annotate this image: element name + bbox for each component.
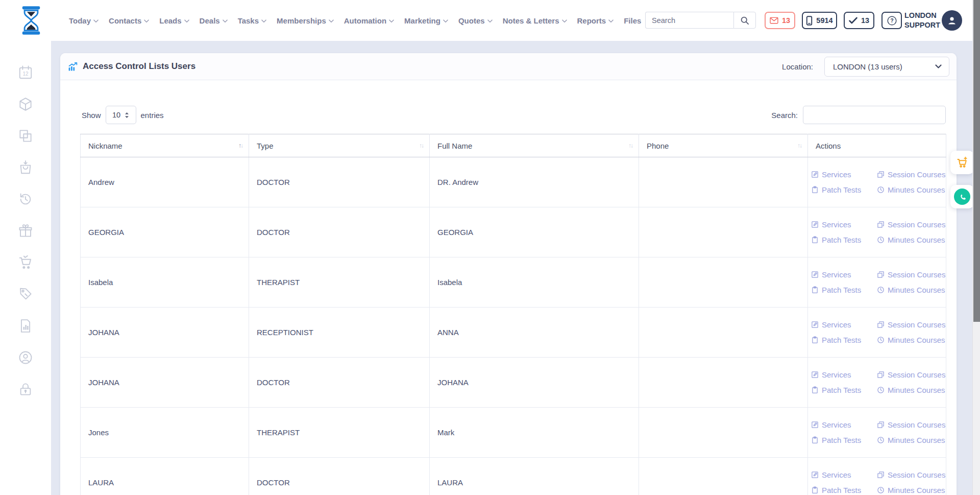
action-label: Services — [822, 220, 851, 229]
tasks-badge[interactable]: 13 — [844, 12, 874, 29]
cell-full-name: Isabela — [430, 257, 639, 308]
patch-tests-link[interactable]: Patch Tests — [811, 336, 877, 344]
sidebar-item-calendar[interactable]: 12 — [18, 65, 33, 80]
cell-full-name: LAURA — [430, 458, 639, 495]
user-circle-icon — [18, 350, 33, 365]
sidebar-item-pricing[interactable] — [18, 287, 33, 302]
page-length-value: 10 — [112, 111, 120, 119]
vertical-scrollbar[interactable] — [972, 0, 980, 495]
acl-users-card: Access Control Lists Users Location: LON… — [60, 53, 957, 495]
session-courses-link[interactable]: Session Courses — [877, 320, 946, 329]
column-header-full-name[interactable]: Full Name ↑↓ — [430, 134, 639, 157]
column-header-nickname[interactable]: Nickname ↑↓ — [81, 134, 249, 157]
patch-tests-link[interactable]: Patch Tests — [811, 286, 877, 294]
cell-nickname: GEORGIA — [81, 207, 249, 257]
menu-item-files[interactable]: Files — [624, 16, 641, 25]
session-courses-link[interactable]: Session Courses — [877, 220, 946, 229]
shopping-bag-icon — [18, 160, 33, 175]
phone-badge[interactable]: 5914 — [802, 12, 837, 29]
minutes-courses-link[interactable]: Minutes Courses — [877, 336, 946, 344]
avatar[interactable] — [942, 10, 962, 31]
minutes-courses-link[interactable]: Minutes Courses — [877, 436, 946, 444]
services-link[interactable]: Services — [811, 420, 877, 429]
sidebar-item-orders[interactable] — [18, 160, 33, 175]
action-label: Session Courses — [888, 320, 945, 329]
sidebar-item-security[interactable] — [18, 382, 33, 397]
sidebar-item-duplicates[interactable] — [18, 128, 33, 144]
minutes-courses-link[interactable]: Minutes Courses — [877, 486, 946, 494]
minutes-courses-link[interactable]: Minutes Courses — [877, 386, 946, 394]
floating-cart-button[interactable] — [950, 151, 974, 174]
menu-item-marketing[interactable]: Marketing — [404, 16, 448, 25]
help-badge[interactable]: ? — [881, 12, 902, 29]
cell-phone — [639, 257, 808, 308]
menu-item-notes-letters[interactable]: Notes & Letters — [503, 16, 567, 25]
menu-item-deals[interactable]: Deals — [200, 16, 228, 25]
chevron-down-icon — [329, 19, 334, 23]
menu-item-label: Contacts — [109, 16, 141, 25]
cell-type: DOCTOR — [249, 358, 430, 408]
session-courses-link[interactable]: Session Courses — [877, 170, 946, 179]
minutes-courses-link[interactable]: Minutes Courses — [877, 286, 946, 294]
column-header-phone[interactable]: Phone ↑↓ — [639, 134, 808, 157]
clock-icon — [877, 186, 885, 194]
action-label: Patch Tests — [822, 486, 861, 494]
menu-item-leads[interactable]: Leads — [159, 16, 189, 25]
location-select[interactable]: LONDON (13 users) — [824, 57, 949, 77]
clipboard-icon — [811, 386, 819, 394]
clipboard-icon — [811, 286, 819, 294]
column-label: Nickname — [88, 142, 122, 150]
services-link[interactable]: Services — [811, 470, 877, 479]
action-label: Services — [822, 270, 851, 279]
column-header-type[interactable]: Type ↑↓ — [249, 134, 430, 157]
gift-icon — [18, 223, 33, 239]
sidebar-item-users[interactable] — [18, 350, 33, 365]
mail-badge[interactable]: 13 — [765, 12, 795, 29]
page-length-select[interactable]: 10 — [106, 106, 136, 124]
floating-phone-button[interactable] — [950, 185, 974, 208]
sidebar-item-reports[interactable] — [18, 318, 33, 334]
menu-item-tasks[interactable]: Tasks — [238, 16, 266, 25]
action-label: Services — [822, 470, 851, 479]
action-label: Services — [822, 420, 851, 429]
sidebar-item-history[interactable] — [18, 192, 33, 207]
menu-item-contacts[interactable]: Contacts — [109, 16, 149, 25]
services-link[interactable]: Services — [811, 270, 877, 279]
patch-tests-link[interactable]: Patch Tests — [811, 436, 877, 444]
menu-item-quotes[interactable]: Quotes — [458, 16, 493, 25]
cell-actions: Services Session Courses Patch Tests — [808, 308, 946, 358]
services-link[interactable]: Services — [811, 370, 877, 379]
patch-tests-link[interactable]: Patch Tests — [811, 486, 877, 494]
patch-tests-link[interactable]: Patch Tests — [811, 235, 877, 244]
sidebar-item-cart[interactable] — [18, 255, 33, 270]
session-courses-link[interactable]: Session Courses — [877, 470, 946, 479]
menu-item-automation[interactable]: Automation — [344, 16, 394, 25]
menu-item-label: Leads — [159, 16, 181, 25]
session-courses-link[interactable]: Session Courses — [877, 370, 946, 379]
session-courses-link[interactable]: Session Courses — [877, 270, 946, 279]
action-label: Minutes Courses — [888, 486, 945, 494]
services-link[interactable]: Services — [811, 220, 877, 229]
sidebar-item-gifts[interactable] — [18, 223, 33, 239]
global-search-input[interactable] — [645, 12, 733, 29]
cell-full-name: DR. Andrew — [430, 157, 639, 207]
search-button[interactable] — [733, 12, 756, 29]
menu-item-memberships[interactable]: Memberships — [277, 16, 334, 25]
app-logo-hourglass-icon[interactable] — [19, 6, 43, 35]
scrollbar-thumb[interactable] — [973, 0, 980, 322]
services-link[interactable]: Services — [811, 170, 877, 179]
session-courses-link[interactable]: Session Courses — [877, 420, 946, 429]
cell-actions: Services Session Courses Patch Tests — [808, 408, 946, 458]
table-filter-input[interactable] — [803, 106, 946, 124]
menu-item-reports[interactable]: Reports — [577, 16, 614, 25]
services-link[interactable]: Services — [811, 320, 877, 329]
menu-item-label: Memberships — [277, 16, 326, 25]
sidebar-item-products[interactable] — [18, 97, 33, 112]
patch-tests-link[interactable]: Patch Tests — [811, 185, 877, 194]
minutes-courses-link[interactable]: Minutes Courses — [877, 235, 946, 244]
page-length-control: Show 10 entries — [82, 106, 164, 124]
minutes-courses-link[interactable]: Minutes Courses — [877, 185, 946, 194]
menu-item-today[interactable]: Today — [69, 16, 99, 25]
patch-tests-link[interactable]: Patch Tests — [811, 386, 877, 394]
action-label: Patch Tests — [822, 286, 861, 294]
